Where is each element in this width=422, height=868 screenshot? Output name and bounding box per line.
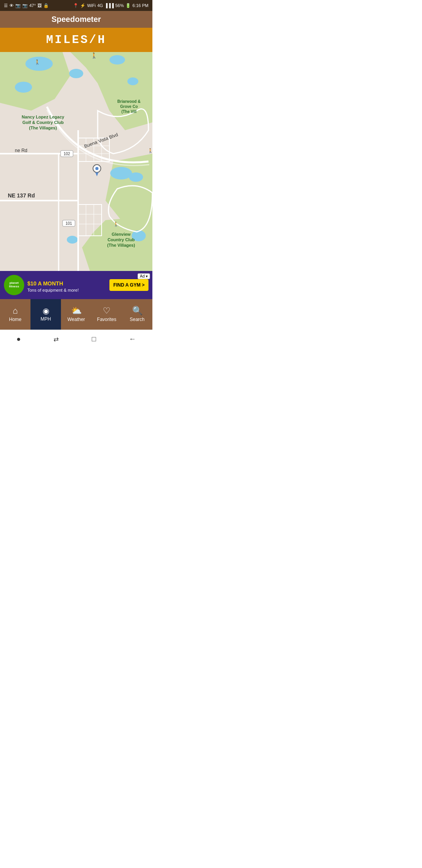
svg-text:(The Villages): (The Villages) bbox=[29, 126, 57, 130]
svg-point-13 bbox=[67, 236, 78, 244]
menu-icon: ☰ bbox=[4, 3, 8, 8]
system-navigation: ● ⇄ □ ← bbox=[0, 330, 152, 348]
speedometer-icon: ◉ bbox=[43, 307, 49, 315]
svg-text:101: 101 bbox=[66, 221, 72, 226]
nav-item-home[interactable]: ⌂ Home bbox=[0, 299, 30, 330]
svg-text:🚶: 🚶 bbox=[91, 52, 98, 59]
ad-label: Ad ▾ bbox=[140, 274, 148, 278]
svg-point-10 bbox=[110, 167, 132, 179]
find-gym-button[interactable]: FIND A GYM > bbox=[109, 279, 148, 291]
time-text: 6:16 PM bbox=[132, 3, 148, 8]
svg-text:🚶: 🚶 bbox=[148, 148, 152, 153]
nav-label-favorites: Favorites bbox=[97, 317, 116, 322]
svg-text:Golf & Country Club: Golf & Country Club bbox=[22, 120, 64, 125]
svg-text:(The Vill: (The Vill bbox=[122, 109, 137, 114]
svg-text:Grove Co: Grove Co bbox=[120, 104, 138, 109]
ad-price: $10 A MONTH bbox=[27, 278, 106, 288]
svg-point-34 bbox=[95, 167, 98, 170]
app-header: Speedometer bbox=[0, 11, 152, 28]
bottom-navigation: ⌂ Home ◉ MPH ⛅ Weather ♡ Favorites 🔍 Sea… bbox=[0, 299, 152, 330]
svg-text:102: 102 bbox=[64, 152, 70, 156]
wifi-icon: WiFi bbox=[87, 3, 96, 8]
instagram-icon: 📷 bbox=[15, 3, 21, 8]
signal-icon: ▐▐▐ bbox=[105, 3, 114, 8]
svg-point-8 bbox=[109, 55, 125, 65]
nav-item-favorites[interactable]: ♡ Favorites bbox=[91, 299, 122, 330]
status-bar: ☰ 👁 📷 📷 47° 🖼 🔒 📍 ⚡ WiFi 4G ▐▐▐ 56% 🔋 6:… bbox=[0, 0, 152, 11]
nav-label-mph: MPH bbox=[41, 316, 51, 322]
status-left-icons: ☰ 👁 📷 📷 47° 🖼 🔒 bbox=[4, 3, 49, 8]
home-icon: ⌂ bbox=[13, 307, 18, 315]
nav-label-search: Search bbox=[130, 317, 145, 322]
ad-subtitle: Tons of equipment & more! bbox=[27, 288, 106, 292]
sys-recents-button[interactable]: ⇄ bbox=[54, 335, 59, 343]
map-area[interactable]: 102 101 Nancy Lopez Legacy Golf & Countr… bbox=[0, 52, 152, 271]
battery-text: 56% bbox=[115, 3, 124, 8]
temperature-text: 47° bbox=[29, 3, 36, 8]
nav-label-home: Home bbox=[9, 317, 21, 322]
eye-icon: 👁 bbox=[9, 3, 14, 8]
svg-text:Country Club: Country Club bbox=[107, 237, 135, 242]
svg-point-11 bbox=[129, 172, 143, 182]
svg-text:Briarwood &: Briarwood & bbox=[117, 99, 140, 104]
svg-point-7 bbox=[69, 69, 83, 78]
ad-text: $10 A MONTH Tons of equipment & more! bbox=[24, 278, 109, 292]
svg-text:🚶: 🚶 bbox=[34, 59, 40, 65]
svg-text:Glenview: Glenview bbox=[112, 232, 131, 237]
svg-text:Nancy Lopez Legacy: Nancy Lopez Legacy bbox=[22, 115, 65, 119]
image-icon: 🖼 bbox=[38, 3, 42, 8]
svg-point-9 bbox=[127, 77, 138, 85]
nav-label-weather: Weather bbox=[67, 317, 85, 322]
bluetooth-icon: ⚡ bbox=[80, 3, 86, 8]
ad-badge[interactable]: Ad ▾ bbox=[138, 273, 150, 279]
status-right-icons: 📍 ⚡ WiFi 4G ▐▐▐ 56% 🔋 6:16 PM bbox=[73, 3, 148, 8]
battery-icon: 🔋 bbox=[125, 3, 131, 8]
app-title: Speedometer bbox=[52, 15, 101, 23]
location-icon: 📍 bbox=[73, 3, 79, 8]
svg-text:ne Rd: ne Rd bbox=[15, 148, 27, 153]
speed-banner: MILES/H bbox=[0, 28, 152, 52]
sys-circle-button[interactable]: ● bbox=[16, 335, 21, 343]
sys-back-button[interactable]: ← bbox=[129, 335, 136, 343]
ad-price-value: $10 bbox=[27, 280, 36, 287]
weather-icon: ⛅ bbox=[71, 307, 82, 315]
ad-price-suffix: A MONTH bbox=[36, 280, 63, 287]
svg-text:NE 137 Rd: NE 137 Rd bbox=[8, 192, 35, 199]
search-icon: 🔍 bbox=[132, 307, 143, 315]
pf-logo-text: planetfitness bbox=[9, 282, 19, 289]
sys-home-button[interactable]: □ bbox=[92, 335, 96, 343]
planet-fitness-logo: planetfitness bbox=[4, 275, 24, 295]
nav-item-weather[interactable]: ⛅ Weather bbox=[61, 299, 91, 330]
nav-item-search[interactable]: 🔍 Search bbox=[122, 299, 152, 330]
svg-text:(The Villages): (The Villages) bbox=[107, 243, 135, 247]
svg-text:🚶: 🚶 bbox=[113, 221, 119, 227]
speed-unit: MILES/H bbox=[46, 33, 106, 47]
camera-icon: 📷 bbox=[22, 3, 28, 8]
ad-banner: Ad ▾ planetfitness $10 A MONTH Tons of e… bbox=[0, 271, 152, 299]
nav-item-mph[interactable]: ◉ MPH bbox=[30, 299, 61, 330]
svg-point-6 bbox=[15, 82, 32, 93]
favorites-icon: ♡ bbox=[103, 307, 111, 315]
lock-icon: 🔒 bbox=[43, 3, 49, 8]
4g-icon: 4G bbox=[97, 3, 103, 8]
